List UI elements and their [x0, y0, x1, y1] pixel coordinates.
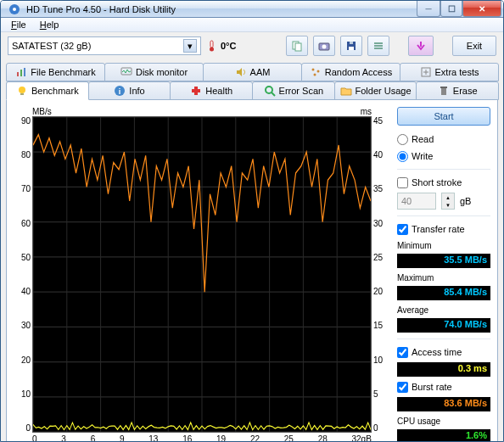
check-access-time[interactable]: Access time — [397, 345, 490, 359]
tab-row-bottom: Benchmark iInfo Health Error Scan Folder… — [6, 81, 498, 100]
tab-random-access[interactable]: Random Access — [301, 63, 400, 81]
tab-content: MB/s ms 9080706050403020100 454035302520… — [6, 99, 498, 442]
tab-disk-monitor[interactable]: Disk monitor — [104, 63, 204, 81]
window-title: HD Tune Pro 4.50 - Hard Disk Utility — [26, 4, 417, 14]
value-maximum: 85.4 MB/s — [397, 286, 490, 300]
y-right-label: ms — [56, 107, 372, 116]
label-cpu-usage: CPU usage — [397, 417, 490, 426]
toolbar: SATATEST (32 gB) ▾ 0°C Exit — [1, 32, 503, 59]
svg-rect-14 — [17, 72, 19, 76]
side-panel: Start Read Write Short stroke 40 ▲▼ gB T… — [397, 107, 490, 442]
svg-point-22 — [19, 87, 25, 93]
copy-icon — [291, 40, 303, 52]
chart-icon — [15, 66, 27, 78]
chevron-down-icon: ▾ — [183, 39, 197, 53]
label-maximum: Maximum — [397, 273, 490, 283]
svg-point-20 — [313, 74, 316, 76]
radio-read[interactable]: Read — [397, 132, 490, 146]
tab-health[interactable]: Health — [170, 81, 253, 100]
minimize-button[interactable]: ─ — [417, 1, 440, 17]
tab-error-scan[interactable]: Error Scan — [252, 81, 335, 100]
exit-button[interactable]: Exit — [452, 36, 496, 56]
titlebar[interactable]: HD Tune Pro 4.50 - Hard Disk Utility ─ ☐… — [1, 1, 503, 18]
x-ticks: 036913161922252832gB — [32, 434, 372, 442]
tab-folder-usage[interactable]: Folder Usage — [334, 81, 417, 100]
y-right-ticks: 454035302520151050 — [372, 116, 390, 433]
radio-write[interactable]: Write — [397, 149, 490, 163]
svg-point-7 — [322, 45, 327, 49]
camera-icon — [318, 40, 330, 52]
device-select-value: SATATEST (32 gB) — [12, 41, 183, 51]
menu-file[interactable]: File — [4, 18, 33, 31]
down-arrow-icon — [415, 40, 427, 52]
maximize-button[interactable]: ☐ — [440, 1, 462, 17]
svg-point-1 — [13, 8, 16, 11]
svg-rect-23 — [20, 93, 24, 95]
tab-erase[interactable]: Erase — [416, 81, 499, 100]
random-icon — [310, 66, 322, 78]
tab-aam[interactable]: AAM — [203, 63, 302, 81]
start-button[interactable]: Start — [397, 107, 490, 126]
check-short-stroke[interactable]: Short stroke — [397, 176, 490, 189]
svg-rect-29 — [441, 88, 446, 95]
value-burst-rate: 83.6 MB/s — [397, 397, 490, 411]
tab-benchmark[interactable]: Benchmark — [6, 81, 89, 100]
tab-file-benchmark[interactable]: File Benchmark — [6, 63, 105, 81]
info-icon: i — [114, 85, 126, 97]
svg-rect-11 — [374, 42, 383, 44]
thermometer-icon — [206, 40, 218, 52]
svg-rect-30 — [440, 87, 447, 88]
health-icon — [190, 85, 202, 97]
screenshot-button[interactable] — [313, 36, 335, 56]
svg-point-19 — [316, 70, 319, 73]
exit-label: Exit — [467, 41, 482, 51]
value-average: 74.0 MB/s — [397, 318, 490, 333]
temperature-value: 0°C — [221, 41, 236, 51]
short-stroke-unit: gB — [460, 196, 471, 206]
folder-icon — [340, 85, 352, 97]
monitor-icon — [120, 66, 132, 78]
svg-rect-9 — [349, 47, 354, 50]
svg-rect-15 — [20, 70, 22, 76]
short-stroke-spinner: ▲▼ — [441, 193, 455, 210]
options-button[interactable] — [367, 36, 389, 56]
app-icon — [8, 3, 21, 16]
check-burst-rate[interactable]: Burst rate — [397, 380, 490, 394]
value-access-time: 0.3 ms — [397, 362, 490, 377]
menu-bar: File Help — [1, 18, 503, 32]
svg-rect-2 — [210, 41, 213, 48]
chart-area: MB/s ms 9080706050403020100 454035302520… — [14, 107, 390, 442]
y-left-label: MB/s — [32, 107, 56, 116]
save-button[interactable] — [340, 36, 362, 56]
label-minimum: Minimum — [397, 241, 490, 250]
tab-info[interactable]: iInfo — [88, 81, 171, 100]
svg-rect-10 — [350, 42, 353, 44]
svg-point-28 — [266, 87, 272, 93]
svg-rect-13 — [374, 48, 383, 49]
svg-point-3 — [210, 48, 214, 52]
svg-rect-16 — [24, 68, 25, 76]
chart-plot — [32, 116, 372, 433]
trash-icon — [438, 85, 450, 97]
check-transfer-rate[interactable]: Transfer rate — [397, 222, 490, 236]
short-stroke-value: 40 — [397, 193, 436, 210]
svg-rect-27 — [192, 89, 200, 92]
floppy-icon — [345, 40, 357, 52]
label-average: Average — [397, 305, 490, 315]
search-icon — [264, 85, 276, 97]
tab-extra-tests[interactable]: Extra tests — [400, 63, 499, 81]
copy-info-button[interactable] — [286, 36, 308, 56]
bulb-icon — [16, 85, 28, 97]
svg-point-18 — [311, 69, 314, 71]
tools-icon — [420, 66, 432, 78]
run-button[interactable] — [408, 36, 434, 56]
temperature-display: 0°C — [206, 40, 236, 52]
speaker-icon — [235, 66, 247, 78]
y-left-ticks: 9080706050403020100 — [14, 116, 32, 433]
menu-help[interactable]: Help — [33, 18, 66, 31]
device-select[interactable]: SATATEST (32 gB) ▾ — [8, 36, 201, 55]
list-icon — [372, 40, 384, 52]
svg-rect-12 — [374, 45, 383, 47]
close-button[interactable]: ✕ — [462, 1, 501, 17]
value-cpu-usage: 1.6% — [397, 429, 490, 442]
